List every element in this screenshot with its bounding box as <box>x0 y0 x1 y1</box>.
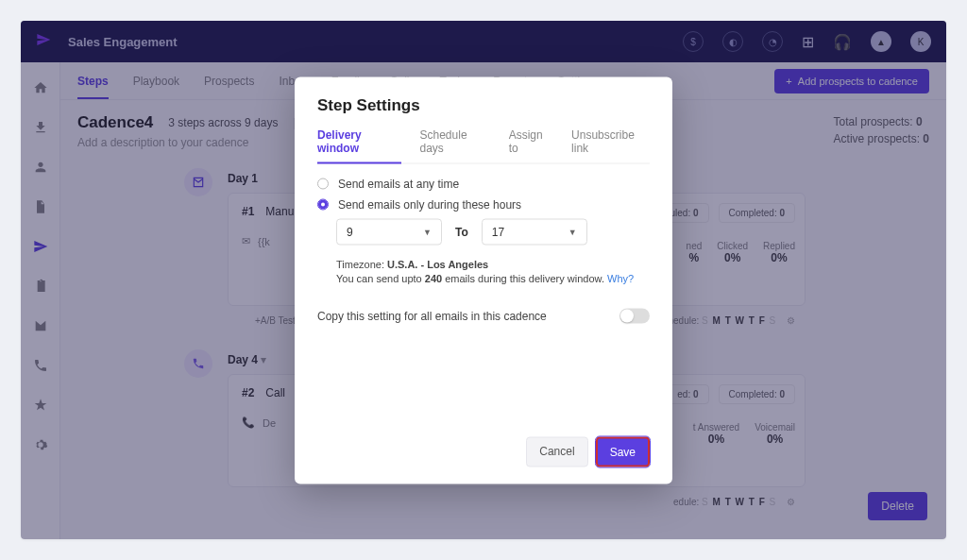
to-label: To <box>455 225 468 238</box>
copy-label: Copy this setting for all emails in this… <box>317 309 547 322</box>
radio-icon <box>317 198 329 210</box>
modal-actions: Cancel Save <box>317 436 650 467</box>
to-value: 17 <box>492 225 504 238</box>
why-link[interactable]: Why? <box>607 272 634 283</box>
copy-setting-row: Copy this setting for all emails in this… <box>317 308 650 323</box>
tab-delivery-window[interactable]: Delivery window <box>317 127 401 163</box>
radio-hours[interactable]: Send emails only during these hours <box>317 197 650 211</box>
timezone-text: Timezone: U.S.A. - Los Angeles <box>336 258 650 269</box>
tab-unsubscribe[interactable]: Unsubscribe link <box>571 127 650 162</box>
from-value: 9 <box>347 225 353 238</box>
step-settings-modal: Step Settings Delivery window Schedule d… <box>295 76 672 484</box>
from-select[interactable]: 9 ▼ <box>336 218 442 245</box>
radio-hours-label: Send emails only during these hours <box>338 197 521 211</box>
radio-icon <box>317 178 329 189</box>
modal-tabs: Delivery window Schedule days Assign to … <box>317 127 650 163</box>
tab-assign-to[interactable]: Assign to <box>509 127 552 162</box>
cancel-button[interactable]: Cancel <box>526 436 587 467</box>
copy-toggle[interactable] <box>619 308 650 323</box>
chevron-down-icon: ▼ <box>568 227 577 236</box>
chevron-down-icon: ▼ <box>423 227 432 236</box>
capacity-note: You can send upto 240 emails during this… <box>336 272 650 283</box>
radio-anytime[interactable]: Send emails at any time <box>317 177 650 190</box>
tab-schedule-days[interactable]: Schedule days <box>420 127 490 162</box>
modal-title: Step Settings <box>317 95 650 114</box>
time-range: 9 ▼ To 17 ▼ <box>336 218 650 245</box>
app-frame: Sales Engagement $ ◐ ◔ ⊞ 🎧 ▲ K Steps Pla… <box>21 21 946 539</box>
save-button[interactable]: Save <box>596 436 650 467</box>
radio-anytime-label: Send emails at any time <box>338 177 459 190</box>
to-select[interactable]: 17 ▼ <box>482 218 587 245</box>
